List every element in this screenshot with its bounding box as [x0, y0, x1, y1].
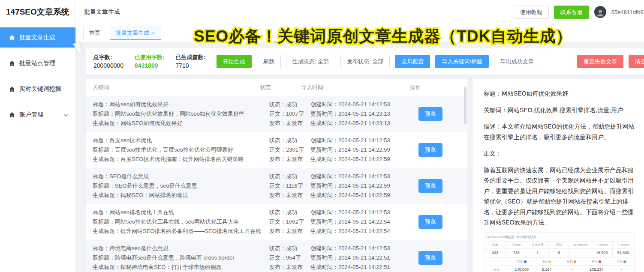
row-updated: 更新时间：2024-05-21 14:22:59 [310, 145, 410, 155]
table-scrollbar[interactable] [464, 87, 466, 124]
article-table: 关键词 状态 导入时间 操作 标题：网站seo如何优化效果好 双标题：网站seo… [86, 79, 467, 272]
row-title: 标题：百度seo技术优化 [93, 136, 269, 145]
sidebar-item-label: 账户管理 [19, 111, 43, 119]
preview-button[interactable]: 预览 [418, 215, 442, 229]
sidebar-item-batch-site[interactable]: 批量站点管理 [0, 53, 75, 73]
row-publish: 发布：未发布 [269, 119, 310, 128]
row-created: 创建时间：2024-05-21 14:12:53 [310, 244, 410, 253]
row-updated: 更新时间：2024-05-21 14:22:59 [310, 181, 410, 191]
baidu-icon [524, 260, 527, 263]
row-double-title: 双标题：跨境电商seo是什么意思，跨境电商 cross border [93, 253, 269, 263]
sidebar-item-label: 批量站点管理 [19, 60, 55, 67]
row-publish: 发布：未发布 [269, 155, 310, 164]
sogou-icon [574, 260, 576, 263]
row-double-title: 双标题：百度seo技术优化，百度seo排名优化公司哪家好 [93, 145, 269, 155]
row-double-title: 双标题：SEO是什么意思，seo是什么意思 [93, 181, 269, 191]
preview-button[interactable]: 预览 [418, 179, 442, 193]
row-title: 标题：网站seo排名优化工具在线 [93, 208, 269, 217]
table-row: 标题：网站seo如何优化效果好 双标题：网站seo如何优化效果好，网站seo如何… [86, 96, 467, 132]
import-keywords-button[interactable]: 导入关键词/标题 [435, 55, 489, 68]
preview-button[interactable]: 预览 [418, 251, 442, 265]
publish-status-select[interactable]: 发布状态: 全部 [340, 55, 390, 68]
row-generated: 生成时间：2024-05-21 14:22:59 [310, 191, 410, 200]
row-publish: 发布：未发布 [269, 263, 310, 272]
export-success-button[interactable]: 导出成功文章 [494, 55, 540, 68]
preview-title: 标题：网站SEO如何优化效果好 [484, 88, 635, 99]
embed-summary-table: 权重关键词 首页位置反链 24小时收录一周收录 一月收录 433738 16 -… [484, 241, 634, 258]
article-preview-panel: 标题：网站SEO如何优化效果好 关键词：网站SEO,优化效果,搜索引擎排名,流量… [473, 79, 644, 272]
sidebar-menu: 批量文章生成 批量站点管理 实时关键词挖掘 账户管理 [0, 27, 75, 125]
row-updated: 更新时间：2024-05-21 14:22:51 [310, 253, 410, 263]
clear-articles-button[interactable]: 清空文章 [629, 55, 644, 68]
row-publish: 发布：未发布 [269, 191, 310, 200]
sidebar-item-label: 批量文章生成 [19, 34, 55, 42]
header-keyword: 关键词 [93, 84, 260, 91]
row-status: 状态：成功 [269, 244, 310, 253]
row-status: 状态：成功 [269, 136, 310, 145]
sidebar-item-account[interactable]: 账户管理 [0, 105, 75, 125]
avatar[interactable] [594, 6, 606, 18]
stats-toolbar: 总字数: 200000000 已使用字数: 8431800 已生成篇数: 771… [86, 48, 644, 75]
tab-home[interactable]: 首页 [83, 26, 106, 40]
home-icon [9, 111, 15, 118]
row-created: 创建时间：2024-05-21 14:12:53 [310, 172, 410, 181]
row-gen-title: 生成标题：提升网站SEO排名的必备利器——SEO排名优化工具在线 [93, 227, 269, 236]
row-generated: 生成时间：2024-05-21 14:22:59 [310, 155, 410, 164]
sidebar-item-keyword-mining[interactable]: 实时关键词挖掘 [0, 79, 75, 99]
global-config-button[interactable]: 全局配置 [395, 55, 430, 68]
preview-body-label: 正文： [484, 148, 635, 159]
preview-button[interactable]: 预览 [418, 107, 442, 121]
start-generate-button[interactable]: 开始生成 [217, 55, 252, 68]
sidebar-item-label: 实时关键词挖掘 [19, 85, 61, 93]
refresh-button[interactable]: 刷新 [257, 55, 281, 68]
row-words: 正文：1062字 [269, 217, 310, 227]
home-icon [9, 34, 15, 41]
preview-button[interactable]: 预览 [418, 143, 442, 157]
home-icon [9, 86, 15, 93]
row-gen-title: 生成标题：探秘跨境电商SEO：打开全球市场的钥匙 [93, 263, 269, 272]
row-gen-title: 生成标题：百度SEO技术优化指南：提升网站排名的关键策略 [93, 155, 269, 164]
row-created: 创建时间：2024-05-21 14:12:53 [310, 100, 410, 109]
shenma-icon [599, 260, 601, 263]
preview-paragraph: 随着互联网的快速发展，网站已经成为企业展示产品和服务的重要平台。仅仅拥有一个美观… [484, 165, 635, 228]
tab-label: 批量文章生成 [116, 29, 149, 37]
preview-description: 描述：本文将介绍网站SEO的优化方法，帮助您提升网站在搜索引擎上的排名，吸引更多… [484, 121, 635, 142]
embed-engine-table: 百度 360 搜狗 神马 谷歌 收录 140,000 5,164 - 105,2… [484, 258, 634, 272]
row-words: 正文：1116字 [269, 181, 310, 191]
tutorial-button[interactable]: 使用教程 [514, 6, 549, 19]
row-double-title: 双标题：网站seo排名优化工具在线，seo网站优化工具大全 [93, 217, 269, 227]
tab-label: 首页 [89, 29, 100, 37]
reset-failed-button[interactable]: 重置失败文章 [577, 55, 623, 68]
row-generated: 生成时间：2024-05-21 14:22:54 [310, 227, 410, 236]
row-title: 标题：SEO是什么意思 [93, 172, 269, 181]
google-icon [623, 260, 626, 263]
row-gen-title: 生成标题：网站SEO如何优化效果好 [93, 119, 269, 128]
contact-support-button[interactable]: 联系客服 [554, 6, 589, 19]
row-created: 创建时间：2024-05-21 14:12:53 [310, 136, 410, 145]
embed-caption: 147seo.com网站的 SEO查询结果 [484, 233, 634, 241]
360-icon [548, 260, 551, 263]
row-updated: 更新时间：2024-05-21 14:23:13 [310, 109, 410, 119]
home-icon [9, 60, 15, 67]
tab-close-icon[interactable]: × [152, 30, 155, 36]
table-row: 标题：SEO是什么意思 双标题：SEO是什么意思，seo是什么意思 生成标题：揭… [86, 168, 467, 204]
row-title: 标题：网站seo如何优化效果好 [93, 100, 269, 109]
main-content: 总字数: 200000000 已使用字数: 8431800 已生成篇数: 771… [75, 42, 644, 272]
sidebar-item-batch-article[interactable]: 批量文章生成 [0, 27, 75, 48]
header-status: 状态 [260, 84, 301, 91]
row-updated: 更新时间：2024-05-21 14:22:54 [310, 217, 410, 227]
header-action: 操作 [400, 84, 460, 91]
table-row: 标题：跨境电商seo是什么意思 双标题：跨境电商seo是什么意思，跨境电商 cr… [86, 240, 467, 272]
table-header: 关键词 状态 导入时间 操作 [86, 79, 467, 96]
stat-total-words: 总字数: 200000000 [93, 53, 123, 70]
stat-generated-count: 已生成篇数: 7710 [175, 53, 205, 70]
tab-batch-article[interactable]: 批量文章生成 × [110, 26, 161, 40]
row-generated: 生成时间：2024-05-21 14:22:51 [310, 263, 410, 272]
row-words: 正文：2301字 [269, 145, 310, 155]
header-time: 导入时间 [301, 84, 400, 91]
generate-status-select[interactable]: 生成状态: 全部 [286, 55, 335, 68]
seo-result-screenshot: 147seo.com网站的 SEO查询结果 权重关键词 首页位置反链 24小时收… [484, 232, 635, 272]
row-status: 状态：成功 [269, 100, 310, 109]
row-double-title: 双标题：网站seo如何优化效果好，网站seo如何优化效果好些 [93, 109, 269, 119]
app-logo: 147SEO文章系统 [0, 0, 75, 24]
